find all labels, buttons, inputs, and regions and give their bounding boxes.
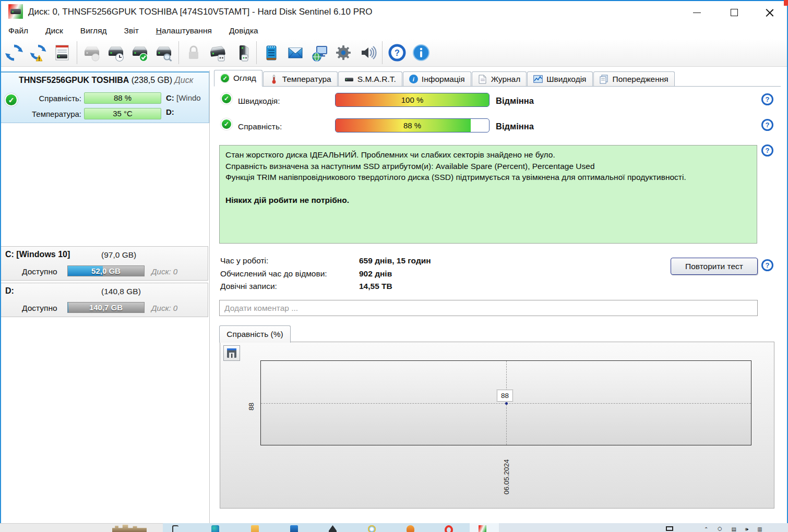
report-icon: [53, 43, 71, 62]
menu-disk[interactable]: Диск: [39, 25, 69, 37]
menu-report[interactable]: Звіт: [118, 25, 145, 37]
disk-ok-icon: [130, 43, 149, 62]
app-icon: [8, 4, 23, 19]
menu-settings[interactable]: Налаштування: [150, 25, 218, 37]
toolbar-refresh-alert-button[interactable]: [26, 40, 50, 65]
taskbar-console-icon[interactable]: [172, 525, 178, 532]
data-point: [505, 402, 508, 405]
taskbar-hdsentinel-icon[interactable]: [479, 525, 486, 532]
document-icon: [478, 75, 487, 84]
minimize-icon: [693, 13, 701, 13]
tray-volume-icon[interactable]: 🕪: [745, 526, 748, 532]
toolbar-disk-plug-button[interactable]: [206, 40, 230, 65]
summary-line: Функція TRIM напівпровідникового твердот…: [225, 172, 726, 183]
performance-ok-icon: ✓: [221, 93, 232, 104]
partition-c-item[interactable]: C: [Windows 10] (97,0 GB) Доступно 52,0 …: [1, 246, 208, 281]
disk-ok-check-icon: ✓: [5, 93, 18, 106]
health-summary-box: Стан жорсткого диска ІДЕАЛЬНИЙ. Проблемн…: [219, 145, 757, 244]
tab-information[interactable]: i Інформація: [403, 71, 471, 86]
toolbar-disk-ok-button[interactable]: [128, 40, 152, 65]
background-app-sliver: [784, 0, 788, 6]
tab-label: Інформація: [422, 75, 465, 84]
toolbar-refresh-button[interactable]: [2, 40, 26, 65]
health-value: 88 %: [336, 119, 489, 132]
maximize-icon: [731, 9, 738, 16]
tab-smart[interactable]: S.M.A.R.T.: [338, 71, 402, 86]
tray-keyboard-icon[interactable]: ▤: [731, 526, 736, 532]
taskbar-folder-icon[interactable]: [251, 525, 259, 532]
tab-overview[interactable]: ✓ Огляд: [214, 70, 262, 87]
tab-label: Швидкодія: [546, 75, 586, 84]
partition-disk-ref: Диск: 0: [151, 267, 177, 276]
info-icon: i: [409, 75, 418, 83]
menu-view[interactable]: Вигляд: [74, 25, 113, 37]
toolbar-disk-eject-button[interactable]: [230, 40, 254, 65]
toolbar-network-button[interactable]: [307, 40, 331, 65]
performance-status: Відмінна: [496, 96, 534, 106]
chart-tab-health[interactable]: Справність (%): [219, 325, 291, 343]
help-icon[interactable]: ?: [761, 119, 773, 131]
health-meter: 88 %: [335, 118, 489, 132]
disk-search-icon: [154, 43, 173, 62]
stat-value: 902 днів: [359, 269, 392, 279]
toolbar-journal-button[interactable]: [259, 40, 283, 65]
toolbar-mail-button[interactable]: [283, 40, 307, 65]
taskbar-opera-icon[interactable]: [445, 525, 453, 532]
toolbar-disk-clock-button[interactable]: [104, 40, 128, 65]
close-button[interactable]: [758, 4, 782, 21]
toolbar-settings-button[interactable]: [331, 40, 355, 65]
help-icon[interactable]: ?: [761, 144, 773, 156]
tab-log[interactable]: Журнал: [472, 71, 527, 86]
disk-summary-selected[interactable]: THNSF5256GPUK TOSHIBA (238,5 GB) Диск ✓ …: [1, 71, 209, 123]
check-icon: ✓: [220, 74, 230, 83]
save-chart-button[interactable]: [223, 345, 240, 361]
partition-disk-ref: Диск: 0: [151, 304, 177, 312]
taskbar-edge-icon[interactable]: [211, 525, 219, 532]
toolbar-report-button[interactable]: [50, 40, 74, 65]
svg-text:?: ?: [395, 49, 400, 57]
taskbar-character-icon[interactable]: [407, 525, 414, 532]
toolbar-help-button[interactable]: ?: [385, 40, 409, 65]
tab-temperature[interactable]: Температура: [263, 71, 338, 86]
disk-list-sidebar: THNSF5256GPUK TOSHIBA (238,5 GB) Диск ✓ …: [0, 70, 210, 523]
stat-label: Час у роботі:: [220, 256, 268, 265]
partition-size: (140,8 GB): [101, 287, 141, 296]
retest-button[interactable]: Повторити тест: [671, 258, 758, 275]
tray-chevron-icon[interactable]: ⌃: [704, 526, 708, 532]
refresh-alert-icon: [29, 43, 47, 62]
health-history-plot: 88: [260, 360, 751, 445]
stat-label: Довічні записи:: [220, 282, 277, 291]
disk-capacity: (238,5 GB): [132, 76, 172, 84]
tab-label: S.M.A.R.T.: [357, 75, 396, 84]
help-icon[interactable]: ?: [761, 259, 773, 271]
taskbar-ie-icon[interactable]: [368, 525, 376, 532]
minimize-button[interactable]: [685, 4, 709, 21]
system-tray[interactable]: ⌃ 🌣 ▤ 🕪 ▥: [666, 526, 762, 531]
tab-alerts[interactable]: Попередження: [593, 71, 675, 86]
partition-d-item[interactable]: D: (140,8 GB) Доступно 140,7 GB Диск: 0: [1, 283, 208, 317]
tray-wifi-icon[interactable]: 🌣: [717, 526, 722, 532]
menu-file[interactable]: Файл: [2, 25, 34, 37]
menu-bar: Файл Диск Вигляд Звіт Налаштування Довід…: [2, 23, 785, 39]
data-point-label: 88: [497, 390, 513, 402]
tray-clock-icon[interactable]: ▥: [757, 526, 762, 532]
menu-help[interactable]: Довідка: [223, 25, 265, 37]
floppy-save-icon: [226, 348, 237, 358]
chart-icon: [533, 75, 543, 84]
disk-volumes-preview: C: [Windo D:: [166, 93, 201, 122]
toolbar-sound-button[interactable]: [355, 40, 379, 65]
taskbar-icon-area: [163, 523, 470, 532]
toolbar-info-button[interactable]: [409, 40, 433, 65]
maximize-button[interactable]: [722, 4, 746, 21]
toolbar-disk-search-button[interactable]: [152, 40, 176, 65]
window-title: Диск: 0, THNSF5256GPUK TOSHIBA [474S10V5…: [28, 7, 373, 17]
comment-input[interactable]: [219, 300, 758, 316]
partition-free-label: Доступно: [22, 267, 57, 276]
help-icon[interactable]: ?: [761, 93, 773, 105]
refresh-icon: [5, 43, 23, 62]
tab-performance[interactable]: Швидкодія: [527, 71, 592, 86]
taskbar-briefcase-icon[interactable]: [290, 525, 298, 532]
tray-monitor-icon[interactable]: [666, 526, 673, 531]
toolbar-separator: [178, 41, 179, 64]
disk-eject-icon: [232, 43, 251, 62]
